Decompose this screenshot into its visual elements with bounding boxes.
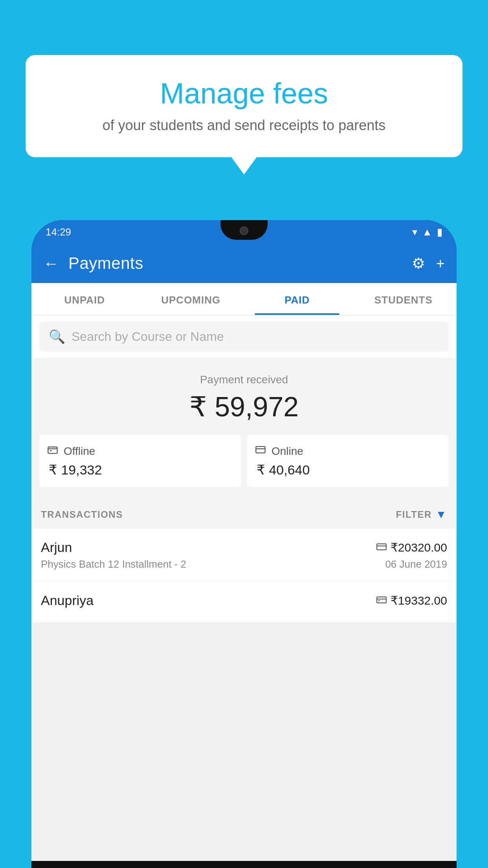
camera-dot xyxy=(240,226,248,235)
payment-type-icon xyxy=(376,541,387,554)
transaction-list: Arjun ₹20320.00 Physics Batch 12 Install… xyxy=(31,529,457,623)
search-bar[interactable]: 🔍 Search by Course or Name xyxy=(39,322,449,351)
payment-received-label: Payment received xyxy=(39,373,449,386)
offline-amount: ₹ 19,332 xyxy=(47,462,233,478)
online-icon xyxy=(255,444,266,458)
add-icon[interactable]: + xyxy=(436,255,445,272)
tabs-bar: UNPAID UPCOMING PAID STUDENTS xyxy=(31,283,457,315)
online-amount: ₹ 40,640 xyxy=(255,462,441,478)
online-type-row: Online xyxy=(255,444,441,458)
header-title: Payments xyxy=(68,254,412,273)
filter-button[interactable]: FILTER ▼ xyxy=(396,508,447,521)
wifi-icon: ▾ xyxy=(412,226,417,238)
table-row[interactable]: Anupriya ₹19332.00 xyxy=(31,582,457,623)
status-icons: ▾ ▲ ▮ xyxy=(412,226,442,238)
bubble-subtitle: of your students and send receipts to pa… xyxy=(49,117,439,134)
transaction-amount-row: ₹19332.00 xyxy=(376,594,447,607)
transaction-top: Arjun ₹20320.00 xyxy=(41,540,447,555)
app-header: ← Payments ⚙ + xyxy=(31,244,457,283)
svg-rect-7 xyxy=(377,597,386,603)
transaction-amount: ₹20320.00 xyxy=(391,541,447,554)
svg-rect-3 xyxy=(256,447,265,453)
back-button[interactable]: ← xyxy=(43,255,59,272)
signal-icon: ▲ xyxy=(422,226,432,238)
battery-icon: ▮ xyxy=(437,226,442,238)
offline-label: Offline xyxy=(64,445,95,458)
transactions-label: TRANSACTIONS xyxy=(41,509,123,520)
settings-icon[interactable]: ⚙ xyxy=(412,255,425,272)
transaction-top: Anupriya ₹19332.00 xyxy=(41,593,447,608)
payment-summary: Payment received ₹ 59,972 xyxy=(31,358,457,499)
transactions-header: TRANSACTIONS FILTER ▼ xyxy=(31,499,457,529)
payment-type-icon xyxy=(376,594,387,607)
bubble-title: Manage fees xyxy=(49,77,439,110)
transaction-name: Arjun xyxy=(41,540,72,555)
tab-unpaid[interactable]: UNPAID xyxy=(31,283,138,315)
offline-icon xyxy=(47,444,58,458)
tab-students[interactable]: STUDENTS xyxy=(350,283,457,315)
offline-card: Offline ₹ 19,332 xyxy=(39,435,241,487)
transaction-amount: ₹19332.00 xyxy=(391,594,447,607)
header-icons: ⚙ + xyxy=(412,255,445,272)
search-input[interactable]: Search by Course or Name xyxy=(72,329,224,344)
filter-icon: ▼ xyxy=(436,508,447,521)
search-icon: 🔍 xyxy=(49,329,65,344)
transaction-name: Anupriya xyxy=(41,593,94,608)
phone-frame: 14:29 ▾ ▲ ▮ ← Payments ⚙ + UNPAID UPCOMI… xyxy=(31,220,457,868)
tab-paid[interactable]: PAID xyxy=(244,283,350,315)
payment-amount: ₹ 59,972 xyxy=(39,391,449,423)
transaction-bottom: Physics Batch 12 Installment - 2 06 June… xyxy=(41,558,447,570)
online-card: Online ₹ 40,640 xyxy=(247,435,449,487)
transaction-amount-row: ₹20320.00 xyxy=(376,541,447,554)
transaction-course: Physics Batch 12 Installment - 2 xyxy=(41,558,186,570)
online-label: Online xyxy=(272,445,303,458)
filter-label: FILTER xyxy=(396,509,432,520)
speech-bubble: Manage fees of your students and send re… xyxy=(26,55,462,157)
tab-upcoming[interactable]: UPCOMING xyxy=(138,283,244,315)
svg-rect-0 xyxy=(48,447,57,453)
offline-type-row: Offline xyxy=(47,444,233,458)
speech-bubble-container: Manage fees of your students and send re… xyxy=(26,55,462,157)
app-content: 🔍 Search by Course or Name Payment recei… xyxy=(31,315,457,861)
search-container: 🔍 Search by Course or Name xyxy=(31,315,457,358)
svg-rect-5 xyxy=(377,544,386,550)
payment-cards: Offline ₹ 19,332 Online xyxy=(39,435,449,487)
table-row[interactable]: Arjun ₹20320.00 Physics Batch 12 Install… xyxy=(31,529,457,582)
phone-notch xyxy=(220,220,268,240)
transaction-date: 06 June 2019 xyxy=(385,558,447,570)
